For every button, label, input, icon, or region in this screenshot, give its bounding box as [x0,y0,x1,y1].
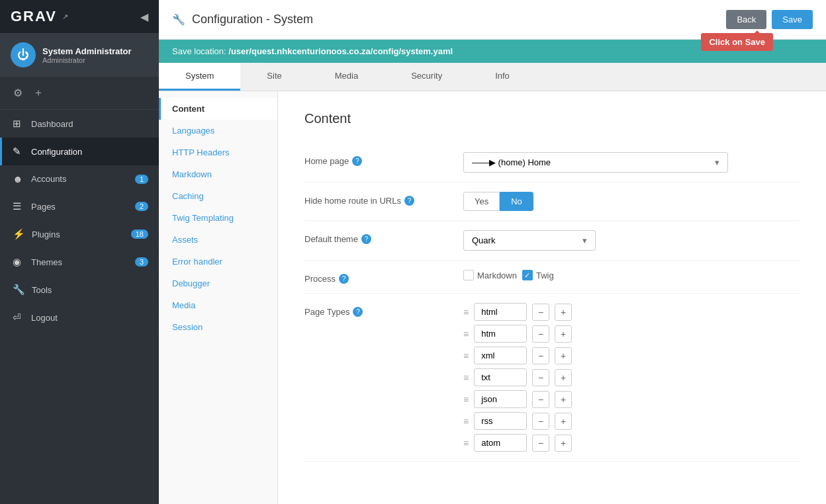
user-name: System Administrator [42,46,132,56]
remove-page-type-button-3[interactable]: − [532,369,549,386]
no-toggle-button[interactable]: No [500,192,533,211]
subnav-item-twig_templating[interactable]: Twig Templating [159,207,277,229]
subnav-item-content[interactable]: Content [159,98,277,120]
dropdown-arrow-icon: ▾ [715,157,719,167]
subnav-item-session[interactable]: Session [159,316,277,338]
tab-media[interactable]: Media [308,63,385,91]
subnav-item-assets[interactable]: Assets [159,229,277,251]
tab-security[interactable]: Security [385,63,469,91]
drag-handle-icon[interactable]: ≡ [463,351,469,361]
settings-icon[interactable]: ⚙ [11,84,25,102]
page-type-input-0[interactable] [474,303,527,321]
drag-handle-icon[interactable]: ≡ [463,438,469,448]
sidebar-item-tools[interactable]: 🔧 Tools [0,276,159,304]
page-type-input-2[interactable] [474,347,527,364]
sidebar-item-label-accounts: Accounts [31,174,128,184]
sidebar-item-dashboard[interactable]: ⊞ Dashboard [0,110,159,138]
drag-handle-icon[interactable]: ≡ [463,394,469,405]
nav-icon-pages: ☰ [13,200,24,212]
nav-icon-configuration: ✎ [13,146,24,157]
default-theme-dropdown[interactable]: Quark ▾ [463,230,596,251]
external-link-icon[interactable]: ↗ [62,13,68,21]
page-type-input-5[interactable] [474,412,527,430]
sidebar-item-pages[interactable]: ☰ Pages 2 [0,192,159,220]
sidebar-item-accounts[interactable]: ☻ Accounts 1 [0,165,159,192]
subnav-item-caching[interactable]: Caching [159,185,277,207]
subnav-item-http_headers[interactable]: HTTP Headers [159,142,277,163]
sidebar-item-label-configuration: Configuration [31,147,148,157]
page-type-row: ≡ − + [463,368,572,386]
nav-list: ⊞ Dashboard ✎ Configuration ☻ Accounts 1… [0,110,159,331]
markdown-checkbox-item: Markdown [463,270,517,280]
sidebar-item-plugins[interactable]: ⚡ Plugins 18 [0,220,159,248]
default-theme-help-icon[interactable]: ? [361,234,371,244]
form-area: Content Home page ? ——▶ (home) Home ▾ Hi… [278,91,826,504]
avatar: ⏻ [11,42,36,67]
add-page-type-button-6[interactable]: + [555,435,572,452]
subnav-item-error_handler[interactable]: Error handler [159,251,277,273]
page-type-input-3[interactable] [474,368,527,386]
add-page-type-button-3[interactable]: + [555,369,572,386]
subnav-item-debugger[interactable]: Debugger [159,273,277,294]
twig-checkbox[interactable]: ✓ [522,270,533,280]
remove-page-type-button-5[interactable]: − [532,413,549,430]
drag-handle-icon[interactable]: ≡ [463,372,469,383]
add-icon[interactable]: ＋ [30,83,46,103]
page-type-input-6[interactable] [474,434,527,452]
click-save-callout: Click on Save [701,33,773,51]
twig-checkbox-item: ✓ Twig [522,270,554,280]
add-page-type-button-5[interactable]: + [555,413,572,430]
yes-toggle-button[interactable]: Yes [463,192,500,211]
page-type-row: ≡ − + [463,325,572,343]
theme-dropdown-arrow-icon: ▾ [582,235,587,245]
drag-handle-icon[interactable]: ≡ [463,307,469,317]
tab-info[interactable]: Info [469,63,536,91]
subnav: ContentLanguagesHTTP HeadersMarkdownCach… [159,91,278,504]
add-page-type-button-1[interactable]: + [555,325,572,343]
process-help-icon[interactable]: ? [339,274,349,284]
page-types-control: ≡ − + ≡ − + ≡ − + ≡ − + ≡ − + ≡ − + ≡ − … [463,303,800,452]
tab-system[interactable]: System [159,63,240,91]
home-page-dropdown[interactable]: ——▶ (home) Home ▾ [463,152,728,173]
default-theme-field-row: Default theme ? Quark ▾ [304,221,800,261]
page-type-input-1[interactable] [474,325,527,343]
page-types-help-icon[interactable]: ? [353,307,363,317]
sidebar-item-label-pages: Pages [31,202,128,212]
subnav-item-languages[interactable]: Languages [159,120,277,142]
nav-icon-themes: ◉ [13,256,24,268]
home-page-help-icon[interactable]: ? [352,156,362,166]
nav-icon-dashboard: ⊞ [13,118,24,130]
add-page-type-button-4[interactable]: + [555,391,572,408]
back-button[interactable]: Back [726,10,766,29]
hide-home-route-help-icon[interactable]: ? [404,196,414,206]
page-type-input-4[interactable] [474,390,527,408]
remove-page-type-button-2[interactable]: − [532,347,549,364]
markdown-checkbox[interactable] [463,270,474,280]
sidebar-item-themes[interactable]: ◉ Themes 3 [0,248,159,276]
main-content: 🔧 Configuration - System Back Save Click… [159,0,826,504]
home-page-label: Home page ? [304,152,450,166]
remove-page-type-button-0[interactable]: − [532,304,549,321]
process-checkbox-group: Markdown ✓ Twig [463,270,554,280]
remove-page-type-button-1[interactable]: − [532,325,549,343]
sidebar-item-configuration[interactable]: ✎ Configuration [0,138,159,165]
user-role: Administrator [42,56,132,64]
drag-handle-icon[interactable]: ≡ [463,416,469,427]
home-page-field-row: Home page ? ——▶ (home) Home ▾ [304,143,800,183]
save-button[interactable]: Save [772,10,813,29]
subnav-item-markdown[interactable]: Markdown [159,163,277,185]
collapse-sidebar-icon[interactable]: ◀ [140,11,148,23]
remove-page-type-button-6[interactable]: − [532,435,549,452]
add-page-type-button-2[interactable]: + [555,347,572,364]
drag-handle-icon[interactable]: ≡ [463,329,469,339]
sidebar-item-logout[interactable]: ⏎ Logout [0,304,159,331]
sidebar-item-label-themes: Themes [31,257,128,267]
page-types-field-row: Page Types ? ≡ − + ≡ − + ≡ − + ≡ − + ≡ −… [304,294,800,462]
tab-site[interactable]: Site [240,63,308,91]
page-type-row: ≡ − + [463,347,572,364]
add-page-type-button-0[interactable]: + [555,304,572,321]
remove-page-type-button-4[interactable]: − [532,391,549,408]
page-type-row: ≡ − + [463,303,572,321]
logo-text: GRAV [11,8,57,25]
subnav-item-media[interactable]: Media [159,294,277,316]
